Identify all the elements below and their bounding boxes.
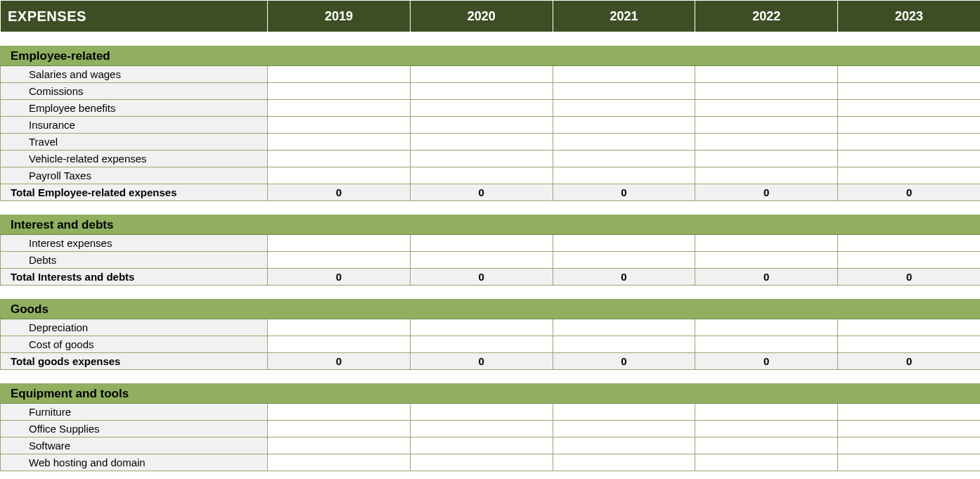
- expense-cell[interactable]: [553, 252, 695, 269]
- year-header: 2022: [695, 1, 838, 32]
- total-cell: 0: [553, 353, 695, 370]
- expense-cell[interactable]: [838, 100, 980, 117]
- expense-cell[interactable]: [410, 134, 553, 151]
- expense-row: Software: [1, 438, 981, 454]
- spacer-row: [1, 201, 981, 215]
- expense-cell[interactable]: [268, 454, 411, 471]
- expense-cell[interactable]: [838, 66, 980, 83]
- expense-cell[interactable]: [695, 151, 838, 167]
- expense-cell[interactable]: [268, 83, 411, 100]
- expense-cell[interactable]: [410, 83, 553, 100]
- expense-cell[interactable]: [268, 421, 411, 438]
- expense-cell[interactable]: [410, 235, 553, 252]
- expense-cell[interactable]: [553, 319, 695, 336]
- total-cell: 0: [410, 269, 553, 286]
- expense-label: Salaries and wages: [1, 66, 268, 83]
- expense-cell[interactable]: [410, 151, 553, 167]
- expense-cell[interactable]: [553, 235, 695, 252]
- expense-cell[interactable]: [553, 151, 695, 167]
- expense-cell[interactable]: [553, 454, 695, 471]
- total-cell: 0: [553, 184, 695, 201]
- expense-cell[interactable]: [553, 167, 695, 184]
- expense-cell[interactable]: [695, 117, 838, 134]
- expense-cell[interactable]: [838, 319, 980, 336]
- expense-cell[interactable]: [268, 319, 411, 336]
- expense-cell[interactable]: [268, 235, 411, 252]
- expense-cell[interactable]: [410, 117, 553, 134]
- expense-cell[interactable]: [838, 336, 980, 353]
- expense-cell[interactable]: [268, 167, 411, 184]
- expense-cell[interactable]: [268, 117, 411, 134]
- expense-row: Employee benefits: [1, 100, 981, 117]
- expense-cell[interactable]: [553, 66, 695, 83]
- expense-cell[interactable]: [695, 100, 838, 117]
- expense-cell[interactable]: [553, 83, 695, 100]
- expense-cell[interactable]: [695, 421, 838, 438]
- expense-cell[interactable]: [553, 100, 695, 117]
- section-title: Interest and debts: [1, 215, 981, 235]
- expense-cell[interactable]: [268, 252, 411, 269]
- expense-cell[interactable]: [553, 134, 695, 151]
- expense-cell[interactable]: [410, 438, 553, 454]
- expense-cell[interactable]: [410, 100, 553, 117]
- expense-cell[interactable]: [695, 83, 838, 100]
- expense-cell[interactable]: [838, 404, 980, 421]
- spacer-row: [1, 286, 981, 300]
- total-cell: 0: [553, 269, 695, 286]
- expense-cell[interactable]: [838, 167, 980, 184]
- expense-cell[interactable]: [695, 66, 838, 83]
- expense-row: Salaries and wages: [1, 66, 981, 83]
- expense-cell[interactable]: [410, 336, 553, 353]
- expense-label: Debts: [1, 252, 268, 269]
- expense-cell[interactable]: [838, 235, 980, 252]
- expense-cell[interactable]: [838, 454, 980, 471]
- total-cell: 0: [268, 184, 411, 201]
- expense-row: Debts: [1, 252, 981, 269]
- expense-cell[interactable]: [695, 167, 838, 184]
- expense-cell[interactable]: [410, 167, 553, 184]
- expense-cell[interactable]: [838, 117, 980, 134]
- expense-cell[interactable]: [838, 151, 980, 167]
- expense-cell[interactable]: [410, 404, 553, 421]
- total-cell: 0: [268, 353, 411, 370]
- expense-cell[interactable]: [268, 100, 411, 117]
- expense-label: Interest expenses: [1, 235, 268, 252]
- expense-label: Web hosting and domain: [1, 454, 268, 471]
- expense-cell[interactable]: [410, 252, 553, 269]
- expense-cell[interactable]: [695, 319, 838, 336]
- expense-cell[interactable]: [268, 134, 411, 151]
- expense-cell[interactable]: [695, 404, 838, 421]
- expense-cell[interactable]: [553, 438, 695, 454]
- expense-cell[interactable]: [838, 83, 980, 100]
- expense-cell[interactable]: [410, 66, 553, 83]
- expense-cell[interactable]: [268, 404, 411, 421]
- expense-cell[interactable]: [695, 438, 838, 454]
- expense-cell[interactable]: [838, 252, 980, 269]
- expense-cell[interactable]: [268, 438, 411, 454]
- expense-label: Comissions: [1, 83, 268, 100]
- expense-cell[interactable]: [695, 252, 838, 269]
- expense-row: Payroll Taxes: [1, 167, 981, 184]
- expense-cell[interactable]: [268, 151, 411, 167]
- expense-cell[interactable]: [553, 117, 695, 134]
- expense-cell[interactable]: [268, 336, 411, 353]
- expense-cell[interactable]: [695, 454, 838, 471]
- expense-cell[interactable]: [553, 404, 695, 421]
- expense-cell[interactable]: [695, 235, 838, 252]
- expense-cell[interactable]: [838, 134, 980, 151]
- expense-cell[interactable]: [268, 66, 411, 83]
- expense-label: Employee benefits: [1, 100, 268, 117]
- expense-cell[interactable]: [838, 421, 980, 438]
- expense-cell[interactable]: [553, 421, 695, 438]
- expense-cell[interactable]: [838, 438, 980, 454]
- expense-cell[interactable]: [410, 319, 553, 336]
- total-cell: 0: [268, 269, 411, 286]
- expense-cell[interactable]: [410, 421, 553, 438]
- total-label: Total goods expenses: [1, 353, 268, 370]
- section-title: Employee-related: [1, 46, 981, 66]
- expense-cell[interactable]: [410, 454, 553, 471]
- expense-cell[interactable]: [695, 336, 838, 353]
- expense-cell[interactable]: [553, 336, 695, 353]
- expense-label: Cost of goods: [1, 336, 268, 353]
- expense-cell[interactable]: [695, 134, 838, 151]
